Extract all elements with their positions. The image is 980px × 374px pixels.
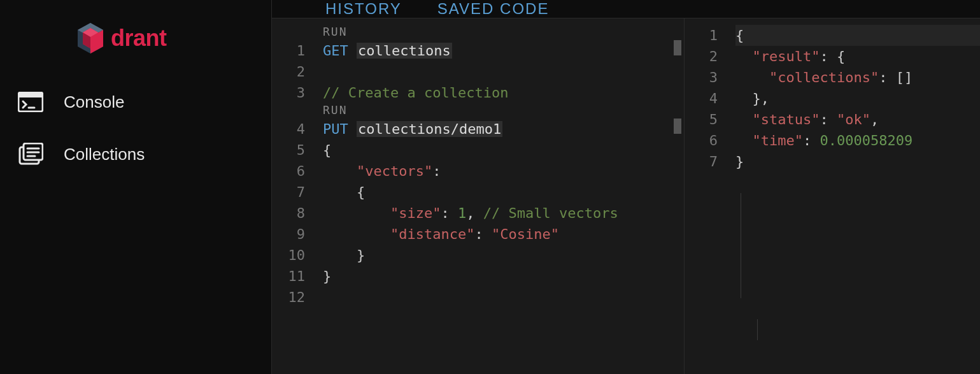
request-editor[interactable]: 1 2 3 4 5 6 7 8 9 10 11 12 RUN GET colle… — [272, 18, 685, 374]
collections-icon — [18, 143, 43, 166]
code-line: PUT collections/demo1 — [323, 119, 684, 140]
response-viewer[interactable]: 1 2 3 4 5 6 7 { "result": { "collections… — [685, 18, 980, 374]
sidebar-item-label: Console — [64, 92, 124, 112]
qdrant-logo-icon — [75, 22, 106, 55]
editor-row: 1 2 3 4 5 6 7 8 9 10 11 12 RUN GET colle… — [272, 18, 980, 374]
line-gutter: 1 2 3 4 5 6 7 8 9 10 11 12 — [272, 25, 323, 374]
logo[interactable]: drant — [0, 0, 271, 76]
brand-name: drant — [111, 25, 167, 52]
tab-saved-code[interactable]: SAVED CODE — [437, 0, 550, 18]
sidebar-item-console[interactable]: Console — [0, 76, 271, 127]
run-button[interactable]: RUN — [323, 25, 684, 39]
tabs: HISTORY SAVED CODE — [272, 0, 980, 18]
code-line: GET collections — [323, 40, 684, 61]
terminal-icon — [18, 92, 43, 112]
sidebar-item-collections[interactable]: Collections — [0, 127, 271, 181]
svg-rect-7 — [18, 92, 43, 97]
run-button[interactable]: RUN — [323, 103, 684, 117]
line-gutter: 1 2 3 4 5 6 7 — [685, 25, 735, 298]
sidebar: drant Console Collections — [0, 0, 272, 374]
tab-history[interactable]: HISTORY — [325, 0, 402, 18]
main: HISTORY SAVED CODE 1 2 3 4 5 6 7 8 9 10 — [272, 0, 980, 374]
sidebar-item-label: Collections — [64, 145, 145, 164]
